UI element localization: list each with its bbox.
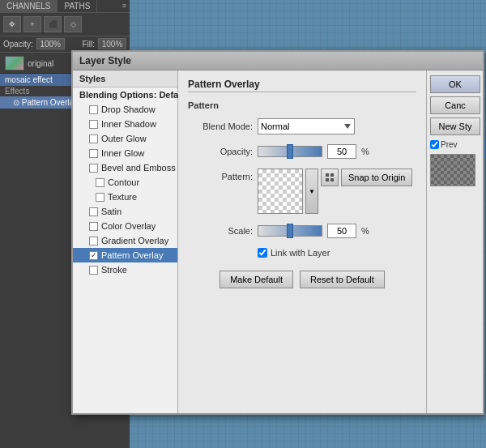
opacity-slider-thumb[interactable] bbox=[287, 144, 293, 159]
style-item-inner-glow[interactable]: Inner Glow bbox=[73, 146, 177, 160]
style-label-bevel: Bevel and Emboss bbox=[101, 163, 176, 173]
checkbox-contour[interactable] bbox=[96, 178, 104, 187]
link-layer-checkbox[interactable] bbox=[258, 248, 267, 258]
style-label-gradient-overlay: Gradient Overlay bbox=[101, 236, 168, 245]
opacity-form-label: Opacity: bbox=[188, 147, 253, 156]
opacity-slider-track[interactable] bbox=[258, 146, 322, 157]
style-item-bevel[interactable]: Bevel and Emboss bbox=[73, 160, 177, 175]
effects-text: Effects bbox=[5, 87, 29, 96]
opacity-value-input[interactable] bbox=[327, 144, 356, 159]
style-label-color-overlay: Color Overlay bbox=[101, 221, 156, 231]
fill-label: Fill: bbox=[82, 40, 95, 49]
tab-paths[interactable]: PATHS bbox=[58, 0, 97, 12]
layer-effect-name: Pattern Overlay bbox=[22, 98, 78, 107]
preview-label: Prev bbox=[441, 140, 458, 149]
tool-paintbucket[interactable]: ⬛ bbox=[44, 16, 62, 32]
pattern-row: Pattern: ▼ Snap to Origin bbox=[188, 169, 416, 214]
checkbox-bevel[interactable] bbox=[89, 164, 98, 173]
style-label-stroke: Stroke bbox=[101, 265, 127, 275]
style-item-pattern-overlay[interactable]: ✓ Pattern Overlay bbox=[73, 248, 177, 262]
scale-slider-thumb[interactable] bbox=[287, 224, 293, 238]
opacity-label: Opacity: bbox=[3, 40, 33, 49]
checkbox-color-overlay[interactable] bbox=[89, 222, 98, 231]
pattern-preview-box[interactable] bbox=[258, 169, 303, 214]
styles-panel: Styles Blending Options: Default Drop Sh… bbox=[73, 70, 178, 413]
fill-input[interactable] bbox=[98, 38, 126, 49]
svg-rect-2 bbox=[326, 178, 329, 181]
style-label-outer-glow: Outer Glow bbox=[101, 134, 147, 143]
panel-tabs: CHANNELS PATHS ≡ bbox=[0, 0, 130, 13]
opacity-row: Opacity: Fill: bbox=[0, 36, 130, 51]
link-layer-row: Link with Layer bbox=[188, 248, 416, 258]
style-item-contour[interactable]: Contour bbox=[73, 175, 177, 190]
dialog-titlebar: Layer Style bbox=[73, 52, 483, 70]
opacity-input[interactable] bbox=[36, 38, 65, 49]
tab-channels[interactable]: CHANNELS bbox=[0, 0, 58, 12]
pattern-settings-btn[interactable] bbox=[321, 169, 339, 186]
panel-menu-btn[interactable]: ≡ bbox=[119, 0, 130, 12]
style-item-drop-shadow[interactable]: Drop Shadow bbox=[73, 102, 177, 117]
checkbox-stroke[interactable] bbox=[89, 266, 98, 275]
style-label-texture: Texture bbox=[108, 192, 137, 202]
tool-select[interactable]: ◇ bbox=[64, 16, 82, 32]
style-item-gradient-overlay[interactable]: Gradient Overlay bbox=[73, 233, 177, 248]
make-default-btn[interactable]: Make Default bbox=[220, 271, 293, 288]
blend-mode-select[interactable]: Normal Dissolve Multiply Screen Overlay bbox=[258, 118, 355, 134]
checkbox-gradient-overlay[interactable] bbox=[89, 237, 98, 245]
style-label-pattern-overlay: Pattern Overlay bbox=[101, 250, 163, 260]
checkbox-inner-glow[interactable] bbox=[89, 149, 98, 158]
svg-rect-3 bbox=[330, 178, 334, 181]
blend-mode-label: Blend Mode: bbox=[188, 122, 253, 131]
style-item-outer-glow[interactable]: Outer Glow bbox=[73, 131, 177, 146]
style-item-texture[interactable]: Texture bbox=[73, 190, 177, 204]
opacity-percent: % bbox=[361, 147, 369, 156]
preview-row: Prev bbox=[430, 140, 480, 149]
style-label-inner-glow: Inner Glow bbox=[101, 148, 144, 158]
preview-checkbox[interactable] bbox=[430, 140, 439, 149]
pattern-dropdown-btn[interactable]: ▼ bbox=[305, 169, 318, 214]
checkbox-inner-shadow[interactable] bbox=[89, 120, 98, 129]
layer-effect-icon: ⊙ bbox=[13, 98, 22, 107]
style-label-satin: Satin bbox=[101, 207, 122, 216]
cancel-btn[interactable]: Canc bbox=[430, 96, 480, 114]
styles-header: Styles bbox=[73, 70, 177, 87]
style-item-stroke[interactable]: Stroke bbox=[73, 262, 177, 277]
link-layer-label: Link with Layer bbox=[271, 248, 330, 258]
ok-btn[interactable]: OK bbox=[430, 75, 480, 93]
layer-thumb-original bbox=[5, 56, 24, 70]
pattern-selector: ▼ Snap to Origin bbox=[258, 169, 412, 214]
style-item-blending[interactable]: Blending Options: Default bbox=[73, 87, 177, 102]
style-item-color-overlay[interactable]: Color Overlay bbox=[73, 219, 177, 233]
layer-name-original: original bbox=[28, 59, 53, 68]
checkbox-drop-shadow[interactable] bbox=[89, 105, 98, 114]
preview-thumbnail bbox=[430, 154, 475, 186]
tool-add[interactable]: + bbox=[23, 16, 41, 32]
scale-slider-container bbox=[258, 225, 322, 237]
svg-rect-0 bbox=[326, 173, 329, 177]
scale-percent: % bbox=[361, 226, 369, 236]
subsection-title: Pattern bbox=[188, 100, 416, 110]
svg-rect-1 bbox=[330, 173, 334, 177]
new-style-btn[interactable]: New Sty bbox=[430, 117, 480, 135]
style-label-inner-shadow: Inner Shadow bbox=[101, 119, 156, 129]
scale-value-input[interactable] bbox=[327, 224, 356, 238]
checkbox-pattern-overlay[interactable]: ✓ bbox=[89, 251, 98, 260]
scale-slider-track[interactable] bbox=[258, 225, 322, 237]
style-label-blending: Blending Options: Default bbox=[79, 90, 190, 100]
snap-to-origin-btn[interactable]: Snap to Origin bbox=[341, 169, 412, 186]
style-item-inner-shadow[interactable]: Inner Shadow bbox=[73, 117, 177, 131]
bottom-buttons: Make Default Reset to Default bbox=[188, 271, 416, 288]
scale-label: Scale: bbox=[188, 226, 253, 236]
style-label-drop-shadow: Drop Shadow bbox=[101, 105, 156, 114]
pattern-label: Pattern: bbox=[188, 169, 253, 181]
section-title: Pattern Overlay bbox=[188, 79, 416, 92]
blend-mode-row: Blend Mode: Normal Dissolve Multiply Scr… bbox=[188, 118, 416, 134]
checkbox-outer-glow[interactable] bbox=[89, 134, 98, 143]
opacity-slider-container bbox=[258, 146, 322, 157]
checkbox-texture[interactable] bbox=[96, 193, 104, 202]
checkbox-satin[interactable] bbox=[89, 207, 98, 216]
style-item-satin[interactable]: Satin bbox=[73, 204, 177, 219]
tool-move[interactable]: ✥ bbox=[3, 16, 21, 32]
reset-default-btn[interactable]: Reset to Default bbox=[300, 271, 385, 288]
dialog-right-buttons: OK Canc New Sty Prev bbox=[426, 70, 483, 413]
